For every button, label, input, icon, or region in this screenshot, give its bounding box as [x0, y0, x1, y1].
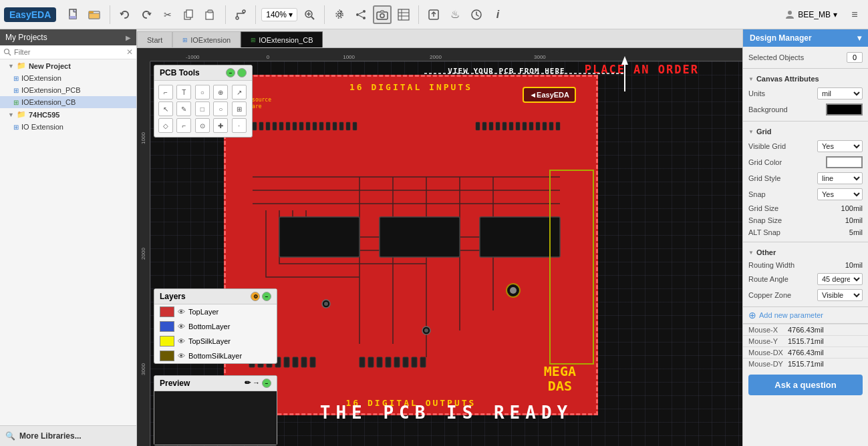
tree-item-io-extension[interactable]: ⊞ IO Extension: [0, 121, 136, 133]
routing-btn[interactable]: [231, 5, 250, 24]
bom-btn[interactable]: [394, 5, 413, 24]
topsilk-layer-eye[interactable]: 👁: [178, 337, 185, 345]
tool-select[interactable]: ↖: [158, 101, 173, 116]
zoom-fit-btn[interactable]: [300, 5, 319, 24]
add-parameter-btn[interactable]: ⊕ Add new parameter: [743, 307, 868, 323]
ruler-vertical: 1000 2000 3000: [137, 61, 150, 446]
layer-bottomsilk[interactable]: 👁 BottomSilkLayer: [154, 349, 277, 363]
tool-text[interactable]: T: [176, 85, 191, 99]
preview-minimize-btn[interactable]: −: [262, 379, 271, 388]
tool-pad[interactable]: ⊕: [213, 85, 228, 99]
top-layer-name: TopLayer: [188, 308, 219, 316]
user-account[interactable]: BEE_MB ▾: [779, 9, 843, 20]
tool-route-wire[interactable]: ⌐: [158, 85, 173, 99]
folder-new-project[interactable]: ▼ 📁 New Project: [0, 59, 136, 72]
start-tab[interactable]: Start: [137, 31, 172, 47]
camera-btn[interactable]: [373, 5, 392, 24]
layer-bottom[interactable]: 👁 BottomLayer: [154, 319, 277, 334]
app-logo[interactable]: EasyEDA: [4, 7, 56, 22]
filter-clear-btn[interactable]: ✕: [126, 47, 133, 57]
layer-topsilk[interactable]: 👁 TopSilkLayer: [154, 334, 277, 349]
ioextension-cb-tab[interactable]: ⊞ IOExtension_CB: [241, 31, 323, 47]
tool-measure[interactable]: ◇: [158, 118, 173, 133]
mouse-dy-label: Mouse-DY: [748, 360, 785, 368]
tool-pencil[interactable]: ✎: [176, 101, 191, 116]
redo-btn[interactable]: [137, 5, 156, 24]
zoom-control[interactable]: 140% ▾: [261, 8, 297, 21]
steam-btn[interactable]: ♨: [446, 5, 464, 24]
mouse-coords-section: Mouse-X 4766.43mil Mouse-Y 1515.71mil Mo…: [743, 323, 868, 369]
canvas-attributes-title: ▼ Canvas Attributes: [743, 72, 868, 85]
settings-btn[interactable]: [330, 5, 349, 24]
snap-size-value: 10mil: [845, 216, 863, 224]
sidebar-header: My Projects ▶: [0, 29, 136, 45]
grid-style-row: Grid Style line dot: [743, 170, 868, 186]
route-angle-select[interactable]: 45 degree 90 degree Free: [817, 273, 863, 285]
tree-label: IOExtension_PCB: [21, 86, 81, 94]
copper-zone-select[interactable]: Visible Hidden: [817, 289, 863, 301]
bottom-layer-eye[interactable]: 👁: [178, 322, 185, 330]
tool-copper[interactable]: ⌐: [176, 118, 191, 133]
zoom-dropdown-icon: ▾: [289, 10, 293, 19]
routing-width-row: Routing Width 10mil: [743, 259, 868, 271]
filter-input[interactable]: [14, 48, 126, 56]
ruler-v-label: 2000: [140, 248, 146, 260]
preview-body: [154, 391, 277, 445]
tool-dot[interactable]: ·: [232, 118, 247, 133]
more-btn[interactable]: ≡: [845, 5, 864, 24]
undo-btn[interactable]: [116, 5, 134, 24]
bottomsilk-layer-eye[interactable]: 👁: [178, 352, 185, 360]
left-sidebar: My Projects ▶ ✕ ▼ 📁 New Project ⊞ IOExte…: [0, 29, 137, 446]
preview-edit-icon[interactable]: ✏: [245, 379, 251, 388]
tool-arrow[interactable]: ↗: [232, 85, 247, 99]
io-ext-tab-label: IOExtension: [190, 36, 231, 44]
preview-nav-icon[interactable]: →: [253, 379, 260, 388]
grid-color-swatch[interactable]: [826, 156, 863, 168]
new-file-btn[interactable]: [64, 5, 83, 24]
tool-circle[interactable]: ○: [213, 101, 228, 116]
cut-btn[interactable]: ✂: [158, 5, 177, 24]
tree-item-ioextension[interactable]: ⊞ IOExtension: [0, 72, 136, 84]
background-label: Background: [748, 105, 823, 114]
tool-via[interactable]: ○: [195, 85, 210, 99]
search-libs-icon: 🔍: [5, 431, 15, 441]
tool-rect[interactable]: □: [195, 101, 210, 116]
ask-question-btn[interactable]: Ask a question: [748, 375, 863, 395]
right-panel: Design Manager ▾ Selected Objects 0 ▼ Ca…: [742, 29, 868, 446]
svg-rect-1: [69, 16, 76, 19]
tool-image[interactable]: ⊙: [195, 118, 210, 133]
ruler-h-label: 3000: [534, 54, 546, 60]
tool-grid[interactable]: ⊞: [232, 101, 247, 116]
top-layer-eye[interactable]: 👁: [178, 308, 185, 316]
tree-item-ioextension-cb[interactable]: ⊞ IOExtension_CB: [0, 96, 136, 108]
layer-top[interactable]: 👁 TopLayer: [154, 304, 277, 319]
tool-add[interactable]: ✚: [213, 118, 228, 133]
info-btn[interactable]: i: [488, 5, 507, 24]
export-btn[interactable]: [424, 5, 443, 24]
svg-point-70: [424, 328, 428, 332]
io-extension-tab[interactable]: ⊞ IOExtension: [172, 31, 241, 47]
copy-btn[interactable]: [180, 5, 198, 24]
tree-item-ioextension-pcb[interactable]: ⊞ IOExtension_PCB: [0, 84, 136, 96]
units-select[interactable]: mil mm inch: [817, 87, 863, 99]
panel-maximize-btn[interactable]: [237, 68, 247, 77]
layers-minimize-btn[interactable]: −: [262, 292, 271, 301]
layers-settings-btn[interactable]: ⚙: [251, 292, 260, 301]
tree-label: IOExtension_CB: [21, 98, 76, 106]
pcb-canvas[interactable]: -1000 0 1000 2000 3000 1000 2000 3000 VI…: [137, 48, 742, 446]
panel-minimize-btn[interactable]: −: [226, 68, 235, 77]
background-color-swatch[interactable]: [826, 103, 863, 116]
snap-select[interactable]: Yes No: [817, 188, 863, 200]
visible-grid-select[interactable]: Yes No: [817, 140, 863, 152]
open-folder-btn[interactable]: [86, 5, 104, 24]
paste-btn[interactable]: [201, 5, 220, 24]
folder-74hc595[interactable]: ▼ 📁 74HC595: [0, 108, 136, 121]
design-manager-header[interactable]: Design Manager ▾: [743, 29, 868, 47]
grid-style-select[interactable]: line dot: [817, 172, 863, 184]
more-libraries-btn[interactable]: 🔍 More Libraries...: [0, 425, 136, 446]
share-btn[interactable]: [351, 5, 370, 24]
svg-rect-6: [186, 10, 192, 17]
ioext-cb-tab-label: IOExtension_CB: [259, 36, 313, 44]
project-tree: ▼ 📁 New Project ⊞ IOExtension ⊞ IOExtens…: [0, 59, 136, 133]
history-btn[interactable]: [467, 5, 486, 24]
